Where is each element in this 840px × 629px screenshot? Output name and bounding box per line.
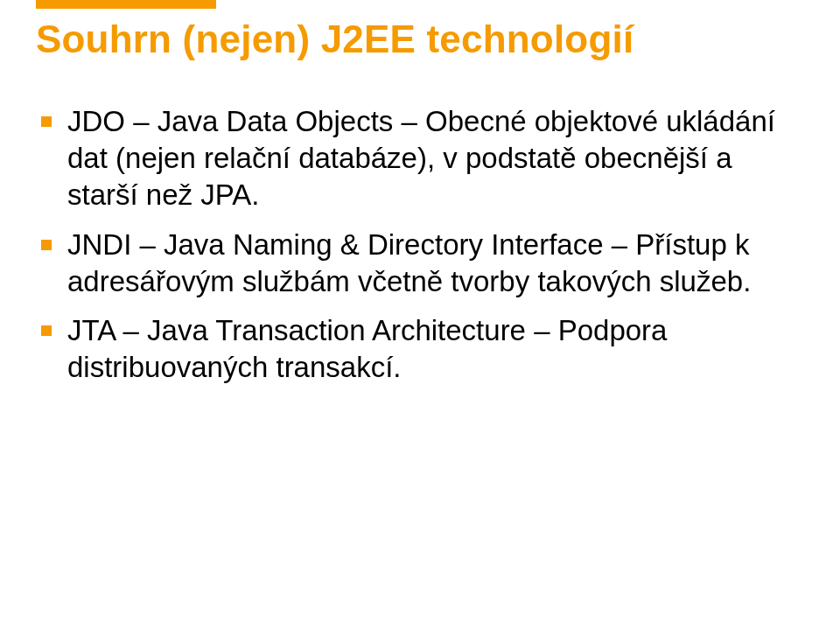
bullet-icon xyxy=(41,116,52,127)
slide: Souhrn (nejen) J2EE technologií JDO – Ja… xyxy=(0,0,840,629)
bullet-icon xyxy=(41,325,52,336)
list-item: JTA – Java Transaction Architecture – Po… xyxy=(36,312,804,386)
bullet-list: JDO – Java Data Objects – Obecné objekto… xyxy=(36,103,804,399)
accent-bar xyxy=(36,0,216,9)
list-item: JDO – Java Data Objects – Obecné objekto… xyxy=(36,103,804,214)
list-item: JNDI – Java Naming & Directory Interface… xyxy=(36,227,804,300)
bullet-text: JNDI – Java Naming & Directory Interface… xyxy=(67,227,804,300)
bullet-icon xyxy=(41,240,52,250)
bullet-text: JTA – Java Transaction Architecture – Po… xyxy=(67,312,804,386)
bullet-text: JDO – Java Data Objects – Obecné objekto… xyxy=(67,103,804,214)
slide-title: Souhrn (nejen) J2EE technologií xyxy=(36,17,634,61)
